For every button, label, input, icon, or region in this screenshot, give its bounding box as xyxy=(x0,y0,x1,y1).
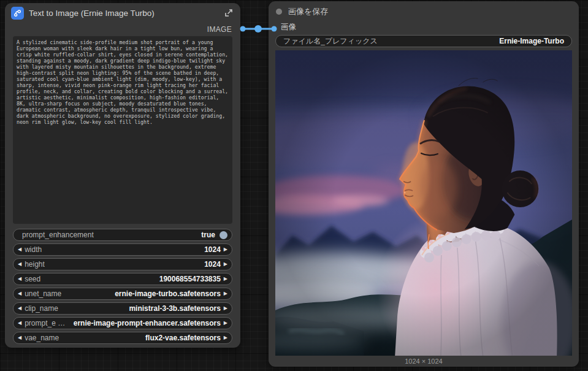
decrement-arrow-icon[interactable]: ◀ xyxy=(18,262,21,267)
widget-value: ernie-image-turbo.safetensors xyxy=(115,289,221,298)
increment-arrow-icon[interactable]: ▶ xyxy=(224,277,227,281)
node-text-to-image[interactable]: Text to Image (Ernie Image Turbo) IMAGE … xyxy=(5,3,240,348)
input-slot-image[interactable]: 画像 xyxy=(269,20,579,34)
output-slot-label: IMAGE xyxy=(207,25,232,34)
widget-label: ファイル名_プレフィックス xyxy=(283,36,378,47)
link-midpoint-dot[interactable] xyxy=(254,25,262,33)
node-canvas[interactable]: { "colors": { "link_accent": "#5fb0f2", … xyxy=(0,0,588,371)
widget-value: ernie-image-prompt-enhancer.safetensors xyxy=(74,319,221,327)
widget-value: 190068554733835 xyxy=(159,275,221,283)
widget-value: Ernie-Image-Turbo xyxy=(499,37,564,45)
widget-label: prompt_enhancement xyxy=(22,231,94,239)
decrement-arrow-icon[interactable]: ◀ xyxy=(18,335,21,340)
widget-label: seed xyxy=(25,275,40,283)
node-header[interactable]: Text to Image (Ernie Image Turbo) xyxy=(5,3,240,23)
input-slot-label: 画像 xyxy=(281,22,296,33)
node-title: 画像を保存 xyxy=(288,6,328,17)
decrement-arrow-icon[interactable]: ◀ xyxy=(18,277,21,281)
generated-image-preview[interactable] xyxy=(275,50,572,356)
widget-value: true xyxy=(201,231,215,239)
increment-arrow-icon[interactable]: ▶ xyxy=(224,335,227,340)
node-save-image[interactable]: 画像を保存 画像 ファイル名_プレフィックス Ernie-Image-Turbo xyxy=(269,1,579,367)
widget-list: prompt_enhancementtrue◀width1024▶◀height… xyxy=(5,229,240,344)
widget-seed[interactable]: ◀seed190068554733835▶ xyxy=(13,273,232,285)
widget-value: flux2-vae.safetensors xyxy=(145,334,221,342)
decrement-arrow-icon[interactable]: ◀ xyxy=(18,291,21,296)
widget-value: 1024 xyxy=(204,260,221,269)
node-header[interactable]: 画像を保存 xyxy=(269,1,579,22)
increment-arrow-icon[interactable]: ▶ xyxy=(224,321,227,326)
prompt-textarea[interactable]: A stylized cinematic side-profile medium… xyxy=(13,36,232,224)
widget-label: vae_name xyxy=(25,334,59,342)
widget-label: height xyxy=(25,260,45,269)
decrement-arrow-icon[interactable]: ◀ xyxy=(18,321,21,326)
widget-label: unet_name xyxy=(25,289,61,298)
widget-height[interactable]: ◀height1024▶ xyxy=(13,258,232,270)
increment-arrow-icon[interactable]: ▶ xyxy=(224,247,227,252)
widget-vae_name[interactable]: ◀vae_nameflux2-vae.safetensors▶ xyxy=(13,332,232,344)
workflow-icon xyxy=(11,7,24,20)
widget-value: ministral-3-3b.safetensors xyxy=(129,304,220,313)
widget-value: 1024 xyxy=(204,245,221,254)
widget-clip_name[interactable]: ◀clip_nameministral-3-3b.safetensors▶ xyxy=(13,302,232,315)
increment-arrow-icon[interactable]: ▶ xyxy=(224,262,227,267)
increment-arrow-icon[interactable]: ▶ xyxy=(224,291,227,296)
output-slot-image[interactable]: IMAGE xyxy=(5,23,240,36)
image-dimensions-caption: 1024 × 1024 xyxy=(269,358,579,365)
decrement-arrow-icon[interactable]: ◀ xyxy=(18,306,21,311)
collapse-dot-icon[interactable] xyxy=(276,9,282,15)
widget-width[interactable]: ◀width1024▶ xyxy=(13,243,232,256)
decrement-arrow-icon[interactable]: ◀ xyxy=(18,247,21,252)
increment-arrow-icon[interactable]: ▶ xyxy=(224,306,227,311)
expand-icon[interactable] xyxy=(223,7,234,18)
image-output-port[interactable] xyxy=(240,26,246,32)
widget-prompt_enhancer[interactable]: ◀prompt_e …ernie-image-prompt-enhancer.s… xyxy=(13,317,232,329)
filename-prefix-widget[interactable]: ファイル名_プレフィックス Ernie-Image-Turbo xyxy=(275,35,572,47)
widget-label: clip_name xyxy=(25,304,58,313)
toggle-knob[interactable] xyxy=(220,231,227,239)
widget-prompt_enhancement[interactable]: prompt_enhancementtrue xyxy=(13,229,232,241)
widget-label: width xyxy=(25,245,42,254)
node-title: Text to Image (Ernie Image Turbo) xyxy=(29,9,218,18)
widget-label: prompt_e … xyxy=(25,319,65,327)
portrait-image xyxy=(275,50,572,356)
widget-unet_name[interactable]: ◀unet_nameernie-image-turbo.safetensors▶ xyxy=(13,288,232,300)
